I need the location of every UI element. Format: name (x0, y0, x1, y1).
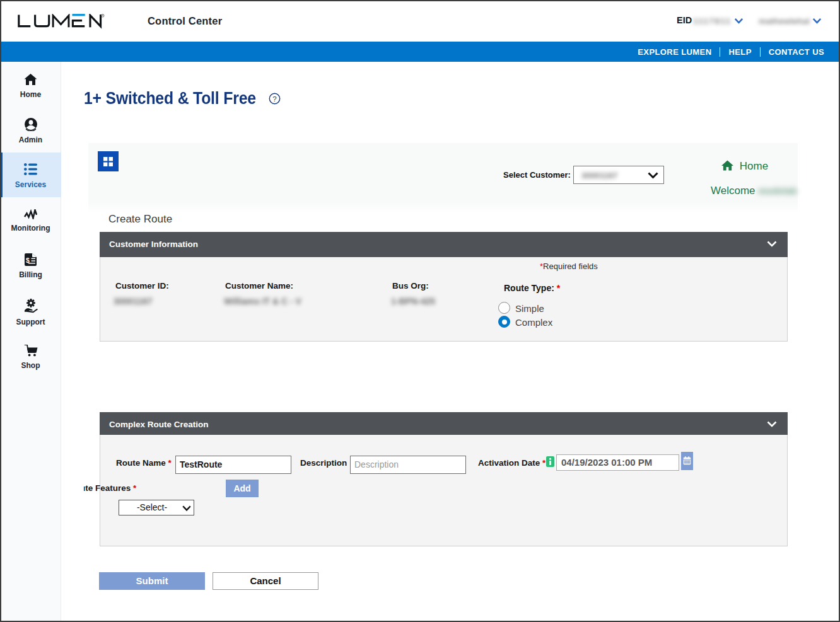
svg-text:?: ? (272, 95, 276, 103)
svg-text:R: R (102, 14, 103, 17)
svg-text:$: $ (26, 256, 30, 264)
